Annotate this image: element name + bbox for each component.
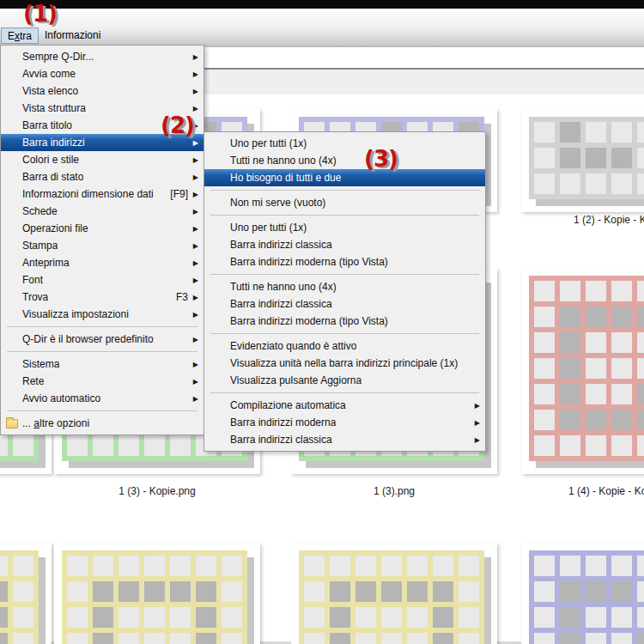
menu-item-barra-indirizzi-classica[interactable]: Barra indirizzi classica (204, 295, 485, 313)
thumbnail-pattern-square (560, 435, 580, 456)
thumbnail-pattern-square (560, 384, 580, 404)
thumbnail-pattern-square (611, 607, 632, 628)
thumbnail-filename[interactable]: 1 (4) - Kopie - Ko (568, 485, 644, 497)
menu-item-barra-indirizzi-moderna-tipo-vista[interactable]: Barra indirizzi moderna (tipo Vista) (204, 313, 485, 330)
menu-item-visualizza-impostazioni[interactable]: Visualizza impostazioni▶ (1, 306, 204, 323)
menu-item-colori-e-stile[interactable]: Colori e stile▶ (1, 151, 204, 168)
menu-item-barra-di-stato[interactable]: Barra di stato▶ (1, 168, 204, 185)
menu-item-informazioni-dimensione-dati[interactable]: Informazioni dimensione dati[F9]▶ (1, 185, 204, 203)
menu-item-sempre-q-dir[interactable]: Sempre Q-Dir...▶ (1, 48, 204, 65)
thumbnail-pattern-square (355, 607, 376, 628)
thumb-row2-col3[interactable] (521, 268, 644, 474)
thumbnail-pattern-square (118, 607, 139, 628)
thumb-row3-col0[interactable] (0, 543, 52, 644)
thumbnail-pattern-square (611, 307, 632, 327)
menu-item-stampa[interactable]: Stampa▶ (1, 237, 204, 254)
menu-item-q-dir-il-browser-predefinito[interactable]: Q-Dir è il browser predefinito▶ (1, 331, 204, 348)
thumbnail-pattern-square (534, 384, 555, 404)
menu-item-label: Evidenziato quando è attivo (230, 340, 356, 352)
thumbnail-pattern-square (170, 556, 191, 576)
thumbnail-pattern-square (534, 148, 555, 168)
menu-item-uno-per-tutti-1x[interactable]: Uno per tutti (1x) (204, 135, 485, 152)
menu-item-label: Visualizza impostazioni (22, 308, 129, 320)
menu-item-vista-elenco[interactable]: Vista elenco▶ (1, 82, 204, 100)
menu-item-label: Rete (22, 375, 44, 387)
menu-item-operazioni-file[interactable]: Operazioni file▶ (1, 220, 204, 237)
thumbnail-pattern-square (355, 556, 376, 576)
thumbnail-pattern-square (560, 148, 580, 168)
menu-item-shortcut: F3 (167, 291, 188, 303)
menu-item-label: Uno per tutti (1x) (230, 137, 307, 149)
thumb-row3-col3[interactable] (521, 543, 644, 644)
menu-item-ho-bisogno-di-tutti-e-due[interactable]: Ho bisogno di tutti e due (204, 169, 485, 186)
annotation-step-2: (2) (161, 112, 194, 138)
thumbnail-pattern-square (67, 435, 88, 456)
menu-item-altre-opzioni[interactable]: ... altre opzioni (1, 415, 204, 432)
thumbnail-pattern-square (560, 332, 580, 353)
menu-item-label: Ho bisogno di tutti e due (230, 172, 341, 184)
submenu-arrow-icon: ▶ (193, 306, 198, 323)
menu-item-label: Vista elenco (22, 85, 78, 97)
thumbnail-pattern-square (118, 633, 139, 644)
thumbnail-pattern-square (67, 607, 88, 628)
thumbnail-pattern-square (196, 633, 216, 644)
menubar-item-extra[interactable]: Extra (1, 27, 39, 44)
menu-item-tutti-ne-hanno-uno-4x[interactable]: Tutti ne hanno uno (4x) (204, 278, 485, 295)
menu-item-schede[interactable]: Schede▶ (1, 203, 204, 220)
menu-item-font[interactable]: Font▶ (1, 271, 204, 289)
thumbnail-pattern-square (433, 633, 453, 644)
menu-item-visualizza-pulsante-aggiorna[interactable]: Visualizza pulsante Aggiorna (204, 372, 485, 389)
thumbnail-pattern-square (222, 556, 242, 576)
thumb-row3-col2[interactable] (291, 543, 497, 644)
thumb-row3-col1[interactable] (54, 543, 260, 644)
thumbnail-pattern-square (611, 358, 632, 379)
menu-item-evidenziato-quando-attivo[interactable]: Evidenziato quando è attivo (204, 337, 485, 355)
thumbnail-pattern-square (144, 633, 165, 644)
menu-item-uno-per-tutti-1x[interactable]: Uno per tutti (1x) (204, 219, 485, 236)
menu-separator (210, 333, 479, 334)
menu-item-anteprima[interactable]: Anteprima▶ (1, 254, 204, 271)
thumb-row1-col3[interactable] (521, 109, 644, 212)
menubar-extra-pre: E (8, 30, 15, 42)
thumbnail-pattern-square (611, 332, 632, 353)
menu-item-barra-indirizzi-moderna[interactable]: Barra indirizzi moderna▶ (204, 414, 485, 431)
menu-item-compilazione-automatica[interactable]: Compilazione automatica▶ (204, 397, 485, 414)
menu-item-label: Barra indirizzi classica (230, 434, 332, 446)
menu-item-barra-indirizzi-classica[interactable]: Barra indirizzi classica▶ (204, 431, 485, 448)
thumbnail-image (529, 276, 644, 461)
thumbnail-pattern-square (407, 633, 428, 644)
thumbnail-pattern-square (586, 173, 606, 194)
thumbnail-pattern-square (637, 281, 644, 301)
thumbnail-pattern-square (144, 581, 165, 602)
thumbnail-pattern-square (560, 173, 580, 194)
thumbnail-pattern-square (637, 332, 644, 353)
menu-item-non-mi-serve-vuoto[interactable]: Non mi serve (vuoto) (204, 194, 485, 211)
menu-item-visualizza-unit-nella-barra-indirizzi-pr[interactable]: Visualizza unità nella barra indirizzi p… (204, 355, 485, 372)
thumbnail-pattern-square (170, 581, 191, 602)
thumbnail-pattern-square (586, 358, 606, 379)
thumbnail-filename[interactable]: 1 (3) - Kopie.png (54, 485, 260, 497)
thumbnail-pattern-square (13, 581, 33, 602)
menu-item-label: Barra indirizzi classica (230, 298, 332, 310)
menu-item-avvio-automatico[interactable]: Avvio automatico▶ (1, 390, 204, 407)
menu-item-label: Informazioni dimensione dati (22, 188, 154, 200)
menu-item-tutti-ne-hanno-uno-4x[interactable]: Tutti ne hanno uno (4x) (204, 152, 485, 169)
menu-item-sistema[interactable]: Sistema▶ (1, 355, 204, 373)
thumbnail-pattern-square (534, 633, 555, 644)
menu-item-trova[interactable]: TrovaF3▶ (1, 289, 204, 306)
thumbnail-pattern-square (196, 556, 216, 576)
menu-separator (7, 351, 197, 352)
thumbnail-pattern-square (560, 281, 580, 301)
menubar-item-informazioni[interactable]: Informazioni (39, 27, 106, 44)
menu-item-barra-indirizzi-classica[interactable]: Barra indirizzi classica (204, 236, 485, 253)
thumbnail-pattern-square (534, 281, 555, 301)
thumbnail-pattern-square (118, 581, 139, 602)
thumbnail-filename[interactable]: 1 (2) - Kopie - Ko (574, 214, 644, 226)
thumbnail-pattern-square (170, 435, 191, 456)
thumbnail-filename[interactable]: 1 (3).png (291, 485, 497, 497)
menu-item-rete[interactable]: Rete▶ (1, 373, 204, 390)
menu-item-label: Q-Dir è il browser predefinito (22, 333, 154, 345)
thumbnail-pattern-square (611, 556, 632, 576)
menu-item-barra-indirizzi-moderna-tipo-vista[interactable]: Barra indirizzi moderna (tipo Vista) (204, 253, 485, 270)
menu-item-avvia-come[interactable]: Avvia come▶ (1, 65, 204, 82)
